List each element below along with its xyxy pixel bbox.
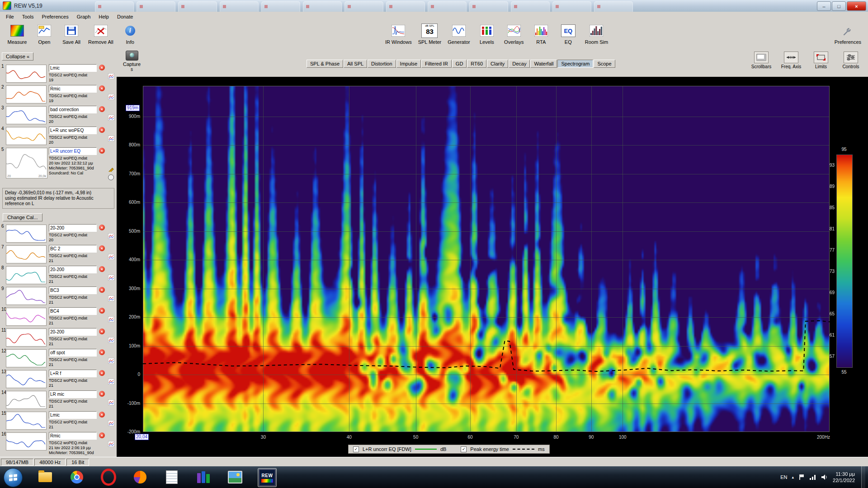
measurement-name-input[interactable] xyxy=(49,390,97,398)
taskbar-icon-explorer[interactable] xyxy=(36,468,54,486)
remove-all-button[interactable]: Remove All xyxy=(88,23,113,45)
freq-axis-button[interactable]: Freq. Axis xyxy=(778,52,804,69)
measurement-row-6[interactable]: 6×TDSC2 woPEQ.mdat20 xyxy=(0,223,117,244)
tab-clarity[interactable]: Clarity xyxy=(487,60,508,68)
measurement-row-13[interactable]: 13×TDSC2 woPEQ.mdat21 xyxy=(0,369,117,389)
measurement-row-3[interactable]: 3×TDSC2 woPEQ.mdat20 xyxy=(0,105,117,126)
measurement-name-input[interactable] xyxy=(49,307,97,315)
remove-measurement-button[interactable]: × xyxy=(99,391,105,397)
ir-windows-button[interactable]: IR Windows xyxy=(385,23,412,45)
peak-energy-checkbox[interactable]: ✓ xyxy=(461,446,467,452)
measurement-name-input[interactable] xyxy=(49,432,97,440)
scrollbars-button[interactable]: Scrollbars xyxy=(749,52,774,69)
tab-all-spl[interactable]: All SPL xyxy=(344,60,367,68)
measurement-actions-icon[interactable] xyxy=(108,420,114,427)
controls-button[interactable]: Controls xyxy=(838,52,863,69)
flag-icon[interactable] xyxy=(798,474,805,480)
measurement-actions-icon[interactable] xyxy=(108,441,114,448)
measurement-actions-icon[interactable] xyxy=(108,358,114,365)
measurement-actions-icon[interactable] xyxy=(108,254,114,261)
measurement-actions-icon[interactable] xyxy=(108,275,114,282)
measurement-row-10[interactable]: 10×TDSC2 woPEQ.mdat21 xyxy=(0,306,117,327)
volume-icon[interactable] xyxy=(821,474,828,480)
measurement-name-input[interactable] xyxy=(49,127,97,134)
minimize-button[interactable]: – xyxy=(817,1,831,11)
measurement-name-input[interactable] xyxy=(49,349,97,357)
change-cal-button[interactable]: Change Cal... xyxy=(3,213,42,221)
capture-button[interactable]: Capture s xyxy=(123,51,141,72)
measurement-name-input[interactable] xyxy=(49,64,97,72)
remove-measurement-button[interactable]: × xyxy=(99,245,105,251)
measurement-row-5[interactable]: 52020,0k×TDSC2 woPEQ.mdat20 Ιαν 2022 12:… xyxy=(0,146,117,186)
tab-decay[interactable]: Decay xyxy=(509,60,530,68)
measurement-name-input[interactable] xyxy=(49,286,97,294)
measurement-row-8[interactable]: 8×TDSC2 woPEQ.mdat21 xyxy=(0,265,117,286)
taskbar-icon-firefox[interactable] xyxy=(131,468,149,486)
measurement-row-4[interactable]: 4×TDSC2 woPEQ.mdat20 xyxy=(0,126,117,146)
measurement-actions-icon[interactable] xyxy=(108,399,114,406)
close-button[interactable]: × xyxy=(847,1,866,11)
measurement-row-12[interactable]: 12×TDSC2 woPEQ.mdat21 xyxy=(0,348,117,369)
open-button[interactable]: Open xyxy=(34,23,55,45)
language-indicator[interactable]: EN xyxy=(780,474,787,480)
measurement-row-14[interactable]: 14×TDSC2 woPEQ.mdat21 xyxy=(0,389,117,410)
taskbar-icon-rew[interactable]: REW xyxy=(258,468,277,487)
x-axis-min-box[interactable]: 20,04 xyxy=(135,434,149,440)
remove-measurement-button[interactable]: × xyxy=(99,287,105,293)
measurement-actions-icon[interactable] xyxy=(108,233,114,240)
measurement-name-input[interactable] xyxy=(49,106,97,113)
tab-rt60[interactable]: RT60 xyxy=(467,60,486,68)
tab-spectrogram[interactable]: Spectrogram xyxy=(557,60,593,68)
tab-gd[interactable]: GD xyxy=(452,60,467,68)
measurement-actions-icon[interactable] xyxy=(108,337,114,344)
menu-graph[interactable]: Graph xyxy=(73,13,95,21)
menu-donate[interactable]: Donate xyxy=(113,13,137,21)
rta-button[interactable]: RTA xyxy=(531,23,552,45)
measurement-name-input[interactable] xyxy=(49,266,97,273)
measurement-name-input[interactable] xyxy=(49,245,97,253)
tab-scope[interactable]: Scope xyxy=(594,60,615,68)
remove-measurement-button[interactable]: × xyxy=(99,370,105,376)
remove-measurement-button[interactable]: × xyxy=(99,85,105,91)
remove-measurement-button[interactable]: × xyxy=(99,225,105,230)
remove-measurement-button[interactable]: × xyxy=(99,349,105,355)
measurement-actions-icon[interactable] xyxy=(108,316,114,323)
menu-preferences[interactable]: Preferences xyxy=(38,13,72,21)
generator-button[interactable]: Generator xyxy=(448,23,470,45)
taskbar-icon-opera[interactable] xyxy=(99,468,118,486)
measurement-actions-icon[interactable] xyxy=(108,136,114,142)
remove-measurement-button[interactable]: × xyxy=(99,65,105,70)
measurement-row-15[interactable]: 15×TDSC2 woPEQ.mdat21 xyxy=(0,410,117,431)
measurement-row-2[interactable]: 2×TDSC2 woPEQ.mdat19 xyxy=(0,84,117,105)
measure-button[interactable]: Measure xyxy=(7,23,28,45)
measurement-name-input[interactable] xyxy=(49,224,97,232)
measurement-row-7[interactable]: 7×TDSC2 woPEQ.mdat21 xyxy=(0,244,117,265)
tab-distortion[interactable]: Distortion xyxy=(368,60,396,68)
remove-measurement-button[interactable]: × xyxy=(99,412,105,418)
taskbar-icon-chrome[interactable] xyxy=(68,468,86,486)
tab-filtered-ir[interactable]: Filtered IR xyxy=(421,60,452,68)
measurement-row-11[interactable]: 11×TDSC2 woPEQ.mdat21 xyxy=(0,327,117,348)
measurement-name-input[interactable] xyxy=(49,85,97,93)
menu-tools[interactable]: Tools xyxy=(18,13,38,21)
spl-meter-button[interactable]: dB SPL83SPL Meter xyxy=(418,23,442,45)
eq-button[interactable]: EQEQ xyxy=(558,23,579,45)
titlebar[interactable]: REW V5,19 – □ × xyxy=(0,0,868,12)
taskbar-icon-image-viewer[interactable] xyxy=(226,468,244,486)
measurement-actions-icon[interactable] xyxy=(108,73,114,80)
taskbar-icon-winrar[interactable] xyxy=(194,468,212,486)
levels-button[interactable]: Levels xyxy=(476,23,497,45)
measurement-actions-icon[interactable] xyxy=(108,94,114,101)
measurement-row-16[interactable]: 16×TDSC2 woPEQ.mdat21 Ιαν 2022 2:06:19 μ… xyxy=(0,431,117,452)
measurement-name-input[interactable] xyxy=(49,147,97,155)
measurement-actions-icon[interactable] xyxy=(108,115,114,122)
measurement-actions-icon[interactable] xyxy=(108,296,114,302)
edit-notes-icon[interactable] xyxy=(108,166,114,173)
measurement-name-input[interactable] xyxy=(49,328,97,336)
measurement-row-9[interactable]: 9×TDSC2 woPEQ.mdat21 xyxy=(0,286,117,306)
maximize-button[interactable]: □ xyxy=(832,1,846,11)
collapse-button[interactable]: Collapse « xyxy=(2,52,33,61)
tab-waterfall[interactable]: Waterfall xyxy=(530,60,557,68)
remove-measurement-button[interactable]: × xyxy=(99,308,105,314)
menu-help[interactable]: Help xyxy=(94,13,113,21)
